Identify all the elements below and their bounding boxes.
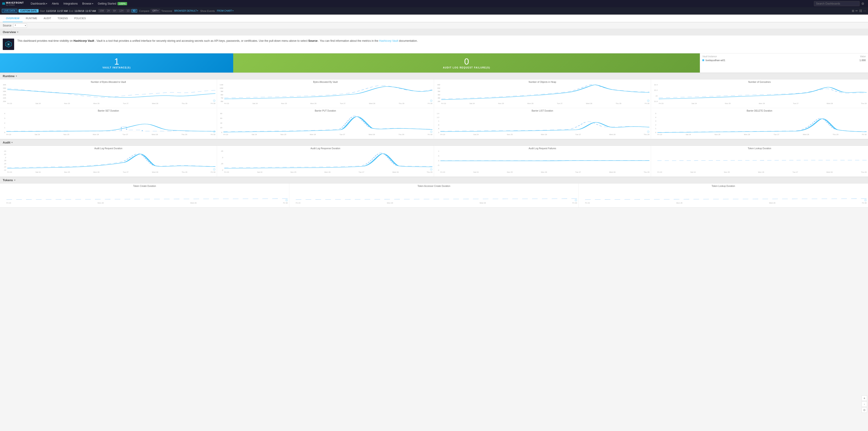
table-header: Vault Instance Value — [702, 55, 866, 58]
grid-icon-button[interactable]: ⊞ — [852, 9, 854, 12]
chart-title: Barrier SET Duration — [1, 110, 216, 112]
time-1d[interactable]: 1D — [125, 9, 131, 12]
chart-token-lookup-duration: Token Lookup Duration Fri 23Sat 24Nov 25… — [651, 146, 868, 177]
source-word: Source — [308, 39, 318, 42]
live-data-button[interactable]: LIVE DATA — [2, 9, 17, 13]
vault-instances-tile: 1 VAULT INSTANCE(S) — [0, 53, 233, 72]
chart-title: Barrier PUT Duration — [218, 110, 433, 112]
tab-policies[interactable]: POLICIES — [71, 15, 89, 22]
custom-date-button[interactable]: CUSTOM DATE — [19, 9, 38, 12]
chart-info-icon[interactable]: ⓘ — [864, 199, 867, 202]
chart-title: Number of Goroutines — [652, 81, 867, 83]
time-8d[interactable]: 8D — [131, 9, 137, 12]
search-input[interactable] — [814, 1, 860, 6]
chart-goroutines: Number of Goroutines 22.422.22221.8 Fri … — [651, 80, 868, 108]
runtime-charts-row1: Number of Bytes Allocated to Vault 30K28… — [0, 80, 868, 108]
nav-integrations[interactable]: Integrations — [61, 0, 80, 7]
audit-failures-number: 0 — [464, 57, 469, 66]
chart-bytes-by-vault: Bytes Allocated By Vault 11M10M9M8M7M6M … — [217, 80, 434, 108]
audit-section-header[interactable]: Audit ▾ — [0, 139, 868, 146]
chart-info-icon[interactable]: ⓘ — [575, 199, 577, 202]
start-label: Start — [40, 9, 45, 12]
instance-name: bvelayudhan-w01 — [706, 59, 858, 62]
nav-browse[interactable]: Browse ▾ — [80, 0, 96, 7]
chart-title: Token Create Duration — [1, 185, 288, 187]
chart-token-accessor: Token Accessor Create Duration Fri 23Mon… — [289, 183, 579, 207]
share-icon-button[interactable]: ⛓ — [859, 9, 862, 12]
vault-instances-table: Vault Instance Value bvelayudhan-w01 1.0… — [700, 53, 868, 72]
table-col-instance: Vault Instance — [702, 55, 717, 58]
nav-dashboards[interactable]: Dashboards ▾ — [28, 0, 50, 7]
more-icon-button[interactable]: ⋯ — [863, 9, 866, 12]
time-2h[interactable]: 2H — [106, 9, 111, 12]
chart-area: 43210 Fri 23Sat 24Nov 25Mon 26Tue 27Wed … — [1, 113, 216, 137]
show-events-label: Show Events — [200, 9, 215, 12]
end-date: 11/30/18 — [74, 9, 84, 12]
overview-section-header[interactable]: Overview ▾ — [0, 29, 868, 35]
time-12h[interactable]: 12H — [118, 9, 125, 12]
chart-info-icon[interactable]: ⓘ — [213, 168, 215, 171]
filter-bar: Source * ▾ — [0, 22, 868, 29]
end-label: End — [69, 9, 73, 12]
tab-bar: OVERVIEW RUNTIME AUDIT TOKENS POLICIES — [0, 14, 868, 22]
nav-alerts[interactable]: Alerts — [50, 0, 61, 7]
runtime-section-header[interactable]: Runtime ▾ — [0, 73, 868, 80]
chart-area: 806040200 Fri 23Sat 24Nov 25Mon 26Tue 27… — [218, 113, 433, 137]
overview-description: This dashboard provides real-time visibi… — [17, 38, 865, 43]
tab-runtime[interactable]: RUNTIME — [23, 15, 40, 22]
nav-getting-started[interactable]: Getting Started 100% — [96, 0, 130, 7]
chart-info-icon[interactable]: ⓘ — [647, 99, 649, 102]
chevron-down-icon: ▾ — [92, 2, 93, 5]
brand-sub: by vmware — [6, 4, 24, 6]
end-time: 11:57 AM — [85, 9, 96, 12]
source-label: Source — [3, 24, 11, 27]
chevron-down-icon: ▾ — [17, 31, 18, 33]
chart-area: Fri 23Mon 26Wed 28Fri 30 ⓘ — [290, 188, 578, 206]
chart-area: Fri 23Mon 26Wed 28Fri 30 ⓘ — [1, 188, 288, 206]
source-select[interactable]: * — [13, 24, 27, 28]
runtime-charts-row2: Barrier SET Duration 43210 Fri 23Sat 24N… — [0, 108, 868, 139]
docs-link[interactable]: Hashicorp Vault — [379, 39, 398, 42]
audit-failures-label: AUDIT LOG REQUEST FAILURE(S) — [443, 66, 490, 69]
chart-info-icon[interactable]: ⓘ — [213, 130, 215, 133]
chevron-down-icon: ▾ — [157, 10, 158, 12]
tab-overview[interactable]: OVERVIEW — [3, 15, 23, 22]
chart-info-icon[interactable]: ⓘ — [213, 99, 215, 102]
chart-area: 8W6W5M4M3M2M Fri 23Sat 24Nov 25Mon 26Tue… — [435, 84, 650, 106]
chart-token-lookup2: Token Lookup Duration Fri 23Mon 26Wed 28… — [579, 183, 868, 207]
compare-off-button[interactable]: OFF ▾ — [151, 9, 160, 13]
chart-area: 1.41.21.8.6.2 Fri 23Sat 24Nov 25Mon 26Tu… — [435, 113, 650, 137]
time-10m[interactable]: 10M — [98, 9, 105, 12]
chart-area: 22.422.22221.8 Fri 23Sat 24Nov 25Mon 26T… — [652, 84, 867, 106]
tab-audit[interactable]: AUDIT — [40, 15, 54, 22]
chart-info-icon[interactable]: ⓘ — [430, 130, 432, 133]
toolbar: LIVE DATA CUSTOM DATE Start 11/22/18 11:… — [0, 7, 868, 14]
chevron-down-icon: ▾ — [16, 75, 17, 78]
chart-token-create: Token Create Duration Fri 23Mon 26Wed 28… — [0, 183, 289, 207]
time-buttons-group: 10M 2H 6H 12H 1D 8D — [98, 9, 137, 12]
chart-info-icon[interactable]: ⓘ — [430, 99, 432, 102]
chevron-down-icon: ▾ — [232, 10, 234, 12]
chart-info-icon[interactable]: ⓘ — [430, 168, 432, 171]
top-nav: ≋ WAVEFRONT by vmware Dashboards ▾ Alert… — [0, 0, 868, 7]
edit-icon-button[interactable]: ✏ — [856, 9, 858, 12]
time-6h[interactable]: 6H — [112, 9, 118, 12]
chart-area: 11M10M9M8M7M6M Fri 23Sat 24Nov 25Mon 26T… — [218, 84, 433, 106]
tokens-section-header[interactable]: Tokens ▾ — [0, 177, 868, 183]
row-color-dot — [702, 59, 704, 61]
chart-barrier-set: Barrier SET Duration 43210 Fri 23Sat 24N… — [0, 108, 217, 139]
chart-area: Fri 23Mon 26Wed 28Fri 30 ⓘ — [580, 188, 867, 206]
overview-content: ✦ This dashboard provides real-time visi… — [0, 35, 868, 53]
chart-title: Barrier LIST Duration — [435, 110, 650, 112]
timezone-button[interactable]: BROWSER DEFAULT ▾ — [174, 9, 199, 12]
chart-info-icon[interactable]: ⓘ — [285, 199, 288, 202]
audit-charts-row: Audit Log Request Duration .24.22.2.18.1… — [0, 146, 868, 177]
chart-info-icon[interactable]: ⓘ — [647, 130, 649, 133]
progress-badge: 100% — [118, 2, 127, 5]
chevron-down-icon: ▾ — [46, 2, 47, 5]
chart-audit-response-duration: Audit Log Response Duration .35.3.25.2 F… — [217, 146, 434, 177]
tab-tokens[interactable]: TOKENS — [54, 15, 71, 22]
nav-settings-icon[interactable]: ⚙ — [860, 2, 866, 5]
chart-area: Fri 23Sat 24Nov 25Mon 26Tue 27Wed 28Thu … — [652, 150, 867, 175]
from-chart-button[interactable]: FROM CHART ▾ — [216, 9, 234, 12]
